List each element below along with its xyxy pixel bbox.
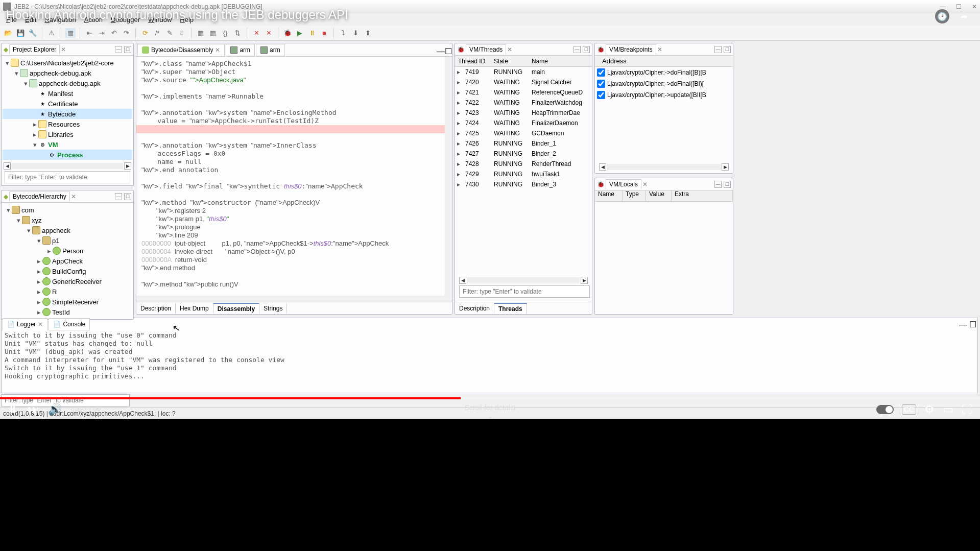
filter-input[interactable]: [459, 285, 590, 298]
column-value[interactable]: Value: [646, 190, 672, 201]
bottom-tab[interactable]: Threads: [494, 303, 527, 314]
nav-in-icon[interactable]: ⇥: [97, 28, 107, 38]
horizontal-scroll[interactable]: ◀▶: [2, 162, 133, 170]
column-state[interactable]: State: [491, 58, 529, 65]
autoplay-toggle[interactable]: [876, 405, 894, 414]
hierarchy-tab[interactable]: Bytecode/Hierarchy: [9, 191, 70, 201]
settings-icon[interactable]: ⚙: [924, 403, 935, 416]
undo-icon[interactable]: ↶: [109, 28, 119, 38]
locals-tab[interactable]: VM/Locals: [606, 179, 641, 189]
minimize-panel-icon[interactable]: —: [115, 46, 122, 53]
share-icon[interactable]: ➦: [957, 9, 971, 23]
tree-item[interactable]: ▸SimpleReceiver: [3, 297, 132, 307]
video-progress-bar[interactable]: [0, 397, 980, 399]
breakpoint-checkbox[interactable]: [597, 80, 605, 88]
thread-row[interactable]: ▸7430RUNNINGBinder_3: [455, 179, 592, 189]
edit-icon[interactable]: ✎: [164, 28, 175, 38]
comment-icon[interactable]: /*: [152, 28, 162, 38]
thread-row[interactable]: ▸7421WAITINGReferenceQueueD: [455, 87, 592, 98]
tree-item[interactable]: ▸TestId: [3, 307, 132, 317]
code-view[interactable]: "kw">.class "name">AppCheck$1 "kw">.supe…: [136, 57, 452, 292]
close-icon[interactable]: ✕: [215, 46, 220, 54]
column-type[interactable]: Type: [623, 190, 646, 201]
thread-row[interactable]: ▸7423WAITINGHeapTrimmerDae: [455, 108, 592, 118]
maximize-panel-icon[interactable]: ☐: [724, 46, 731, 53]
tree-item[interactable]: ⚙Process: [3, 150, 132, 160]
tree-item[interactable]: ★Certificate: [3, 99, 132, 109]
maximize-panel-icon[interactable]: ☐: [969, 320, 976, 329]
column-name[interactable]: Name: [529, 58, 592, 65]
tree-item[interactable]: ▸R: [3, 286, 132, 297]
thread-row[interactable]: ▸7426RUNNINGBinder_1: [455, 138, 592, 149]
bottom-tab[interactable]: Disassembly: [213, 303, 259, 314]
close-icon[interactable]: ✕: [71, 193, 76, 200]
miniplayer-icon[interactable]: ▭: [943, 403, 953, 416]
breakpoints-tab[interactable]: VM/Breakpoints: [606, 44, 656, 54]
reorder-icon[interactable]: ⇅: [232, 28, 243, 38]
logger-tab[interactable]: 📄 Logger ✕: [3, 318, 47, 330]
step-out-icon[interactable]: ⬆: [363, 28, 373, 38]
thread-row[interactable]: ▸7422WAITINGFinalizerWatchdog: [455, 98, 592, 108]
column-thread-id[interactable]: Thread ID: [455, 58, 491, 65]
tree-item[interactable]: ▾xyz: [3, 215, 132, 225]
tree-item[interactable]: ▾appcheck: [3, 225, 132, 235]
thread-row[interactable]: ▸7424WAITINGFinalizerDaemon: [455, 118, 592, 128]
tree-item[interactable]: ★Bytecode: [3, 109, 132, 119]
refresh-icon[interactable]: ⟳: [140, 28, 150, 38]
warning-icon[interactable]: ⚠: [46, 28, 57, 38]
brackets-icon[interactable]: {}: [220, 28, 230, 38]
minimize-panel-icon[interactable]: —: [959, 320, 967, 329]
editor-tab[interactable]: arm: [256, 44, 285, 56]
tree-item[interactable]: ▸GenericReceiver: [3, 276, 132, 286]
thread-row[interactable]: ▸7428RUNNINGRenderThread: [455, 159, 592, 169]
maximize-panel-icon[interactable]: ☐: [724, 181, 731, 188]
fullscreen-icon[interactable]: ⛶: [962, 403, 973, 416]
bottom-tab[interactable]: Hex Dump: [176, 303, 213, 314]
redo-icon[interactable]: ↷: [121, 28, 131, 38]
close-icon[interactable]: ✕: [61, 46, 66, 53]
breakpoint-checkbox[interactable]: [597, 91, 605, 99]
maximize-panel-icon[interactable]: ☐: [583, 46, 590, 53]
scroll-hint[interactable]: Scroll for details⌄: [465, 403, 516, 420]
close-icon[interactable]: ✕: [657, 46, 662, 53]
editor-tab[interactable]: arm: [226, 44, 255, 56]
column-address[interactable]: Address: [595, 57, 630, 65]
grid1-icon[interactable]: ▦: [196, 28, 206, 38]
tree-item[interactable]: ▾p1: [3, 235, 132, 246]
watch-later-icon[interactable]: 🕑: [935, 9, 949, 23]
save-icon[interactable]: 💾: [15, 28, 26, 38]
minimize-panel-icon[interactable]: —: [714, 181, 722, 188]
volume-icon[interactable]: 🔊: [48, 403, 62, 416]
perspective-icon[interactable]: ▦: [65, 28, 76, 38]
threads-tab[interactable]: VM/Threads: [466, 44, 506, 54]
console-tab[interactable]: 📄 Console: [49, 318, 90, 330]
column-name[interactable]: Name: [595, 190, 623, 201]
delete2-icon[interactable]: ✕: [264, 28, 274, 38]
maximize-panel-icon[interactable]: ☐: [124, 46, 131, 53]
tree-item[interactable]: ▾C:\Users\Nicolas\jeb2\jeb2-core: [3, 58, 132, 68]
column-extra[interactable]: Extra: [672, 190, 733, 201]
breakpoint-row[interactable]: Ljavax/crypto/Cipher;->doFinal([B)[B: [595, 67, 733, 78]
bottom-tab[interactable]: Description: [455, 303, 494, 314]
close-icon[interactable]: ✕: [38, 321, 43, 328]
tree-item[interactable]: ▾appcheck-debug.apk: [3, 68, 132, 78]
tree-item[interactable]: ▸BuildConfig: [3, 266, 132, 276]
delete-icon[interactable]: ✕: [251, 28, 261, 38]
tree-item[interactable]: ▸Libraries: [3, 129, 132, 139]
pause-icon[interactable]: ⏸: [307, 28, 317, 38]
horizontal-scroll[interactable]: ◀▶: [597, 163, 731, 171]
run-icon[interactable]: ▶: [295, 28, 305, 38]
nav-out-icon[interactable]: ⇤: [84, 28, 94, 38]
close-icon[interactable]: ✕: [507, 46, 512, 53]
tree-item[interactable]: ▾⚙VM: [3, 139, 132, 150]
breakpoint-checkbox[interactable]: [597, 68, 605, 77]
vertical-scrollbar[interactable]: [445, 57, 452, 302]
captions-button[interactable]: CC: [902, 404, 916, 415]
project-explorer-tab[interactable]: Project Explorer: [9, 44, 60, 54]
stop-icon[interactable]: ■: [319, 28, 329, 38]
minimize-panel-icon[interactable]: —: [714, 46, 722, 53]
grid2-icon[interactable]: ▦: [208, 28, 218, 38]
tree-item[interactable]: ★Manifest: [3, 88, 132, 99]
thread-row[interactable]: ▸7419RUNNINGmain: [455, 67, 592, 77]
next-button[interactable]: ⏭: [28, 403, 39, 416]
